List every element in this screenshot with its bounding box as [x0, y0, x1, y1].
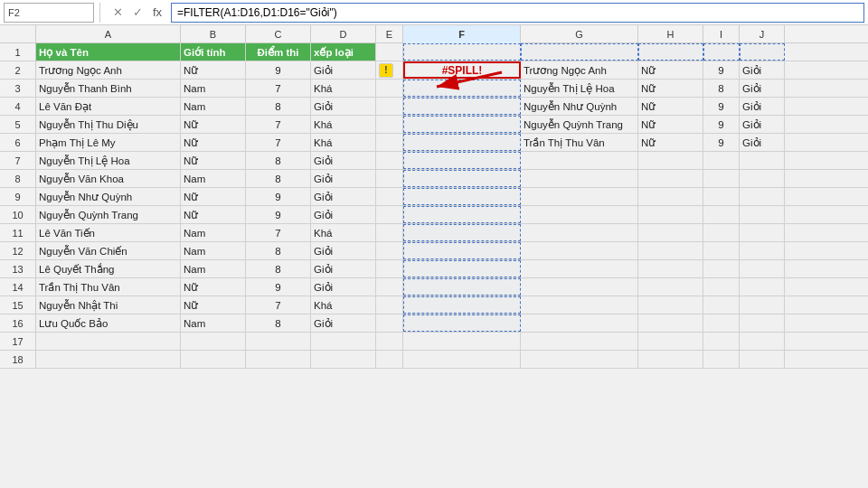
col-header-J[interactable]: J	[740, 25, 785, 43]
cell-I4[interactable]: 9	[703, 98, 740, 115]
cell-G13[interactable]	[521, 260, 638, 277]
name-box[interactable]: F2	[4, 3, 94, 23]
cell-H2[interactable]: Nữ	[638, 61, 703, 79]
cell-E15[interactable]	[376, 296, 403, 314]
cell-C12[interactable]: 8	[246, 242, 311, 259]
cell-G6[interactable]: Trần Thị Thu Vân	[521, 134, 638, 151]
cell-B8[interactable]: Nam	[181, 170, 246, 187]
fx-icon[interactable]: fx	[149, 5, 165, 19]
formula-input[interactable]	[171, 3, 864, 23]
cell-J10[interactable]	[740, 206, 785, 223]
cell-J11[interactable]	[740, 224, 785, 241]
cell-D14[interactable]: Giỏi	[311, 278, 376, 296]
cell-F2[interactable]: #SPILL!	[403, 61, 521, 79]
cell-B4[interactable]: Nam	[181, 98, 246, 115]
cell-I6[interactable]: 9	[703, 134, 740, 151]
cell-H1[interactable]	[638, 43, 703, 61]
cancel-icon[interactable]: ✕	[109, 5, 126, 19]
cell-G16[interactable]	[521, 314, 638, 332]
col-header-A[interactable]: A	[36, 25, 181, 43]
cell-B12[interactable]: Nam	[181, 242, 246, 259]
cell-A15[interactable]: Nguyễn Nhật Thi	[36, 296, 181, 314]
cell-I9[interactable]	[703, 188, 740, 205]
cell-F18[interactable]	[403, 351, 521, 368]
cell-F13[interactable]	[403, 260, 521, 277]
cell-J1[interactable]	[740, 43, 785, 61]
cell-I14[interactable]	[703, 278, 740, 296]
cell-B15[interactable]: Nữ	[181, 296, 246, 314]
cell-F14[interactable]	[403, 278, 521, 296]
cell-E3[interactable]	[376, 80, 403, 97]
cell-D15[interactable]: Khá	[311, 296, 376, 314]
cell-B16[interactable]: Nam	[181, 314, 246, 332]
cell-F4[interactable]	[403, 98, 521, 115]
cell-H3[interactable]: Nữ	[638, 80, 703, 97]
cell-A9[interactable]: Nguyễn Như Quỳnh	[36, 188, 181, 205]
cell-D13[interactable]: Giỏi	[311, 260, 376, 277]
cell-C13[interactable]: 8	[246, 260, 311, 277]
col-header-I[interactable]: I	[703, 25, 740, 43]
cell-C9[interactable]: 9	[246, 188, 311, 205]
cell-J14[interactable]	[740, 278, 785, 296]
cell-D3[interactable]: Khá	[311, 80, 376, 97]
col-header-G[interactable]: G	[521, 25, 638, 43]
cell-A2[interactable]: Trương Ngọc Anh	[36, 61, 181, 79]
cell-J15[interactable]	[740, 296, 785, 314]
cell-J16[interactable]	[740, 314, 785, 332]
cell-G11[interactable]	[521, 224, 638, 241]
cell-G9[interactable]	[521, 188, 638, 205]
cell-E17[interactable]	[376, 333, 403, 350]
cell-E16[interactable]	[376, 314, 403, 332]
cell-D7[interactable]: Giỏi	[311, 152, 376, 169]
cell-J9[interactable]	[740, 188, 785, 205]
cell-B10[interactable]: Nữ	[181, 206, 246, 223]
cell-H8[interactable]	[638, 170, 703, 187]
cell-E11[interactable]	[376, 224, 403, 241]
cell-F7[interactable]	[403, 152, 521, 169]
cell-D16[interactable]: Giỏi	[311, 314, 376, 332]
cell-J12[interactable]	[740, 242, 785, 259]
col-header-H[interactable]: H	[638, 25, 703, 43]
cell-C11[interactable]: 7	[246, 224, 311, 241]
cell-G14[interactable]	[521, 278, 638, 296]
cell-B11[interactable]: Nam	[181, 224, 246, 241]
cell-J5[interactable]: Giỏi	[740, 116, 785, 133]
cell-H9[interactable]	[638, 188, 703, 205]
cell-E13[interactable]	[376, 260, 403, 277]
cell-B5[interactable]: Nữ	[181, 116, 246, 133]
cell-D17[interactable]	[311, 333, 376, 350]
cell-G3[interactable]: Nguyễn Thị Lệ Hoa	[521, 80, 638, 97]
cell-I3[interactable]: 8	[703, 80, 740, 97]
cell-B18[interactable]	[181, 351, 246, 368]
cell-F16[interactable]	[403, 314, 521, 332]
cell-D6[interactable]: Khá	[311, 134, 376, 151]
warning-icon[interactable]: !	[379, 63, 393, 78]
cell-A3[interactable]: Nguyễn Thanh Bình	[36, 80, 181, 97]
cell-J18[interactable]	[740, 351, 785, 368]
cell-J8[interactable]	[740, 170, 785, 187]
col-header-E[interactable]: E	[376, 25, 403, 43]
cell-C18[interactable]	[246, 351, 311, 368]
cell-E10[interactable]	[376, 206, 403, 223]
cell-D12[interactable]: Giỏi	[311, 242, 376, 259]
cell-F1[interactable]	[403, 43, 521, 61]
cell-D10[interactable]: Giỏi	[311, 206, 376, 223]
cell-C10[interactable]: 9	[246, 206, 311, 223]
cell-I10[interactable]	[703, 206, 740, 223]
cell-B13[interactable]: Nam	[181, 260, 246, 277]
cell-F3[interactable]	[403, 80, 521, 97]
cell-H12[interactable]	[638, 242, 703, 259]
cell-G4[interactable]: Nguyễn Như Quỳnh	[521, 98, 638, 115]
cell-I7[interactable]	[703, 152, 740, 169]
cell-C7[interactable]: 8	[246, 152, 311, 169]
cell-C14[interactable]: 9	[246, 278, 311, 296]
cell-H18[interactable]	[638, 351, 703, 368]
cell-A18[interactable]	[36, 351, 181, 368]
col-header-B[interactable]: B	[181, 25, 246, 43]
cell-H15[interactable]	[638, 296, 703, 314]
cell-D8[interactable]: Giỏi	[311, 170, 376, 187]
cell-A6[interactable]: Phạm Thị Lê My	[36, 134, 181, 151]
cell-C5[interactable]: 7	[246, 116, 311, 133]
cell-E6[interactable]	[376, 134, 403, 151]
cell-C6[interactable]: 7	[246, 134, 311, 151]
